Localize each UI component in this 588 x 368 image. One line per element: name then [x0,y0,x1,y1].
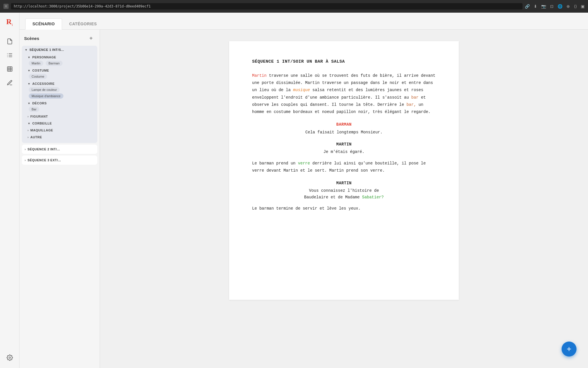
tag-costume[interactable]: Costume [29,74,47,79]
category-decors-header[interactable]: ▼ DÉCORS [28,100,95,106]
category-figurant: › FIGURANT [22,113,97,120]
script-area: SÉQUENCE 1 INT/SOIR UN BAR À SALSA Marti… [100,30,588,368]
action-paragraph-2: Le barman prend un verre derrière lui ai… [252,160,436,174]
category-costume-header[interactable]: ▼ COSTUME [28,68,95,73]
tag-lampe[interactable]: Lampe de couleur [29,87,60,92]
costume-tags: Costume [28,73,95,80]
dialogue-martin-2: Vous connaissez l'histoire de Baudelaire… [252,187,436,200]
chevron-icon: ▼ [28,56,30,59]
sequence-2-header[interactable]: › SÉQUENCE 2 INT/... [22,145,97,154]
tabs-bar: SCÉNARIO CATÉGORIES [20,13,588,30]
action-text-5: Le barman prend un [252,161,298,166]
accessoire-tags: Lampe de couleur Musique d'ambiance [28,87,95,99]
category-personnage-label: PERSONNAGE [32,55,56,59]
nav-pen-icon[interactable] [4,77,16,89]
tag-martin[interactable]: Martin [29,61,43,66]
highlight-musique: musique [293,88,310,92]
scene-heading: SÉQUENCE 1 INT/SOIR UN BAR À SALSA [252,58,436,65]
browser-globe-icon[interactable]: 🌐 [558,4,562,9]
tag-barman[interactable]: Barman [46,61,63,66]
highlight-bar-1: bar [411,95,419,100]
sequence-1-label: SÉQUENCE 1 INT/S... [29,48,64,51]
action-paragraph-1: Martin traverse une salle où se trouvent… [252,72,436,116]
browser-download-icon[interactable]: ⬇ [534,4,537,9]
chevron-down-icon: ▼ [25,48,28,51]
category-autre-label: AUTRE [30,135,42,139]
category-autre-header[interactable]: › AUTRE [28,134,95,140]
nav-list-icon[interactable] [4,49,16,61]
tab-categories[interactable]: CATÉGORIES [62,18,104,29]
highlight-sabatier: Sabatier? [362,195,384,200]
browser-url-bar[interactable]: http://localhost:3000/project/35b06e14-2… [11,3,523,9]
chevron-right-icon: › [28,129,29,132]
sequence-3-collapsed: › SÉQUENCE 3 EXT/... [22,156,97,165]
scenes-header: Scènes + [20,30,100,46]
dialogue-martin-1: Je m'étais égaré. [252,149,436,155]
logo-text: R: [6,18,13,27]
character-martin-1: MARTIN [252,141,436,147]
category-accessoire-header[interactable]: ▼ ACCESSOIRE [28,81,95,87]
category-decors: ▼ DÉCORS Bar [22,100,97,113]
sidebar: Scènes + ▼ SÉQUENCE 1 INT/S... ▼ [20,30,100,368]
add-scene-button[interactable]: + [87,34,95,42]
chevron-icon: ▼ [28,82,30,85]
browser-camera-icon[interactable]: 📷 [541,4,546,9]
chevron-right-icon: › [28,136,29,139]
personnage-tags: Martin Barman [28,60,95,66]
settings-icon[interactable] [4,352,16,363]
main-content: SCÉNARIO CATÉGORIES Scènes + ▼ SÉQUENCE … [20,13,588,368]
nav-document-icon[interactable] [4,36,16,47]
highlight-bar-2: bar, [407,102,416,107]
browser-link-icon[interactable]: 🔗 [525,4,530,9]
category-costume-label: COSTUME [32,69,49,72]
action-paragraph-3: Le barman termine de servir et lève les … [252,205,436,212]
browser-sidebar-icon[interactable]: ▣ [581,4,585,9]
nav-table-icon[interactable] [4,63,16,75]
character-barman: BARMAN [252,121,436,128]
chevron-icon: ▼ [28,122,30,125]
category-maquillage: › MAQUILLAGE [22,127,97,134]
category-maquillage-header[interactable]: › MAQUILLAGE [28,127,95,133]
svg-rect-6 [7,67,12,72]
category-figurant-header[interactable]: › FIGURANT [28,114,95,119]
category-corbeille: ▼ CORBEILLE [22,120,97,127]
browser-ext-icon[interactable]: ⊕ [566,4,570,9]
category-personnage: ▼ PERSONNAGE Martin Barman [22,54,97,67]
tag-musique[interactable]: Musique d'ambiance [29,93,63,99]
scenes-label: Scènes [24,36,39,41]
icon-bar: R: [0,13,20,368]
chevron-right-icon: › [25,159,26,162]
category-corbeille-header[interactable]: ▼ CORBEILLE [28,120,95,126]
fab-add-button[interactable]: + [562,342,577,356]
chevron-icon: ▼ [28,69,30,72]
sequence-2-label: SÉQUENCE 2 INT/... [28,147,60,151]
script-paper: SÉQUENCE 1 INT/SOIR UN BAR À SALSA Marti… [229,41,459,300]
chevron-right-icon: › [28,115,29,118]
sequence-2-collapsed: › SÉQUENCE 2 INT/... [22,145,97,154]
browser-tab-icon: R [3,4,9,9]
character-martin-2: MARTIN [252,180,436,186]
workspace: Scènes + ▼ SÉQUENCE 1 INT/S... ▼ [20,30,588,368]
chevron-icon: ▼ [28,102,30,105]
app-logo: R: [3,16,16,29]
svg-point-11 [9,357,11,359]
tag-bar[interactable]: Bar [29,107,39,112]
category-autre: › AUTRE [22,134,97,141]
browser-code-icon[interactable]: ⟨⟩ [574,4,577,9]
browser-toolbar: 🔗 ⬇ 📷 ⊡ 🌐 ⊕ ⟨⟩ ▣ [525,4,585,9]
sequence-3-header[interactable]: › SÉQUENCE 3 EXT/... [22,156,97,165]
browser-window-icon[interactable]: ⊡ [550,4,554,9]
category-costume: ▼ COSTUME Costume [22,67,97,80]
chevron-right-icon: › [25,148,26,151]
scenes-list: ▼ SÉQUENCE 1 INT/S... ▼ PERSONNAGE Marti… [20,46,100,368]
sequence-3-label: SÉQUENCE 3 EXT/... [28,158,61,162]
highlight-verre: verre [298,161,310,166]
browser-bar: R http://localhost:3000/project/35b06e14… [0,0,588,13]
category-personnage-header[interactable]: ▼ PERSONNAGE [28,54,95,60]
category-figurant-label: FIGURANT [30,115,48,118]
tab-scenario[interactable]: SCÉNARIO [25,18,62,30]
category-maquillage-label: MAQUILLAGE [30,129,53,132]
highlight-martin: Martin [252,73,266,78]
app-container: R: [0,13,588,368]
sequence-1-header[interactable]: ▼ SÉQUENCE 1 INT/S... [22,46,97,54]
